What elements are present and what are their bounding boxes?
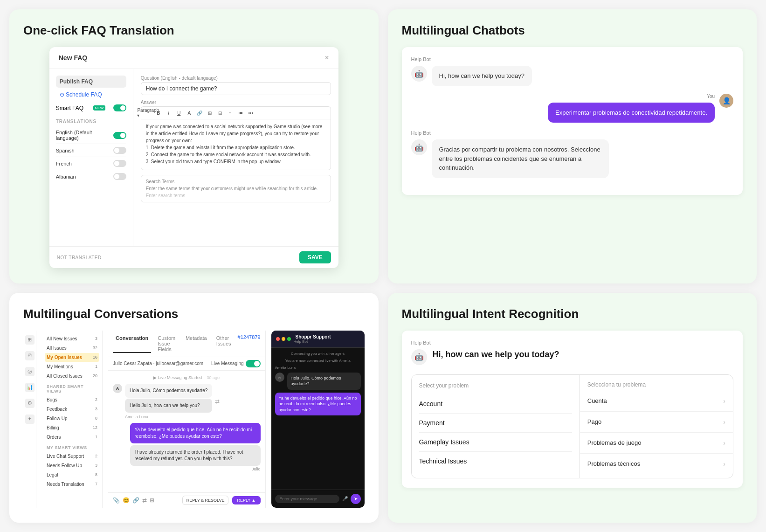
answer-editor[interactable]: If your game was connected to a social n… <box>141 119 331 170</box>
intent-option-technical[interactable]: Technical Issues <box>419 452 572 470</box>
nav-icon-6[interactable]: ✦ <box>25 415 35 424</box>
sidebar-item-needs-translation[interactable]: Needs Translation 7 <box>45 480 99 489</box>
intent-recognition-card: Multilingual Intent Recognition Help Bot… <box>388 293 757 523</box>
user-avatar: 👤 <box>719 94 733 108</box>
sidebar-item-billing[interactable]: Billing 12 <box>45 423 99 432</box>
tab-metadata[interactable]: Metadata <box>183 334 210 353</box>
intent-option-payment[interactable]: Payment <box>419 414 572 433</box>
french-toggle[interactable] <box>113 160 126 167</box>
sidebar-item-followup[interactable]: Follow Up 8 <box>45 414 99 423</box>
smart-faq-toggle[interactable] <box>113 104 126 111</box>
image-btn[interactable]: ⊞ <box>206 109 214 117</box>
ol-btn[interactable]: ≔ <box>236 109 245 117</box>
lc-system-connecting: Connecting you with a live agent <box>275 352 361 356</box>
sidebar-item-my-mentions[interactable]: My Mentions 1 <box>45 362 99 371</box>
lc-agent-message: A Hola Julio, Cómo podemos ayudarte? <box>275 373 361 390</box>
nav-icon-1[interactable]: ⊞ <box>25 335 35 345</box>
nav-icon-2[interactable]: ♾ <box>25 351 35 360</box>
sidebar-item-live-chat[interactable]: Live Chat Support 2 <box>45 452 99 461</box>
attach-icon[interactable]: 📎 <box>113 497 120 504</box>
live-chat-input[interactable] <box>275 495 339 503</box>
albanian-toggle[interactable] <box>113 173 126 180</box>
conversations-inner: ⊞ ♾ ◎ 📊 ⚙ ✦ All New Issues 3 All Issues … <box>23 331 365 508</box>
question-input[interactable]: How do I connect the game? <box>141 82 331 95</box>
conversation-tabs: Conversation Custom Issue Fields Metadat… <box>108 331 265 357</box>
english-toggle[interactable] <box>113 132 126 139</box>
close-icon[interactable]: × <box>324 54 329 62</box>
reply-resolve-button[interactable]: REPLY & RESOLVE <box>182 496 229 505</box>
tab-conversation[interactable]: Conversation <box>113 334 151 353</box>
mic-icon[interactable]: 🎤 <box>342 496 348 501</box>
publish-faq-item[interactable]: Publish FAQ <box>56 76 126 88</box>
sidebar-item-all-closed[interactable]: All Closed Issues 20 <box>45 372 99 380</box>
intent-menu: Select your problem Account Payment Game… <box>411 374 734 478</box>
sidebar-item-feedback[interactable]: Feedback 3 <box>45 405 99 414</box>
intent-right-option-pago[interactable]: Pago › <box>580 412 733 433</box>
question-label: Question (English - default language) <box>141 76 331 81</box>
emoji-icon[interactable]: 😊 <box>123 497 130 504</box>
sidebar-item-my-open[interactable]: My Open Issues 16 <box>45 353 99 362</box>
my-views-label: MY SMART VIEWS <box>47 445 97 450</box>
faq-sidebar: Publish FAQ ⊙ Schedule FAQ Smart FAQ NEW… <box>49 69 133 246</box>
live-chat-subtitle: Help Bot <box>294 339 331 344</box>
intent-option-gameplay[interactable]: Gameplay Issues <box>419 433 572 452</box>
albanian-label: Albanian <box>56 174 76 180</box>
live-chat-title: Shoppr Support <box>296 334 331 339</box>
not-translated-label: NOT TRANSLATED <box>57 255 102 260</box>
live-toggle[interactable] <box>246 360 261 367</box>
sidebar-item-all-issues[interactable]: All Issues 32 <box>45 344 99 352</box>
table-btn[interactable]: ⊟ <box>216 109 224 117</box>
faq-modal-header: New FAQ × <box>49 47 338 69</box>
close-dot <box>276 337 280 341</box>
live-chat-header: Shoppr Support Help Bot <box>271 331 365 348</box>
sidebar-item-all-new[interactable]: All New Issues 3 <box>45 334 99 343</box>
more-btn[interactable]: ••• <box>247 109 255 117</box>
search-terms-section: Search Terms Enter the same terms that y… <box>141 175 331 202</box>
underline-btn[interactable]: U <box>175 109 183 117</box>
link-icon[interactable]: 🔗 <box>132 497 139 504</box>
more-icon[interactable]: ⊞ <box>150 497 154 504</box>
translation-spanish: Spanish <box>56 144 126 157</box>
italic-btn[interactable]: I <box>165 109 173 117</box>
sidebar-item-bugs[interactable]: Bugs 2 <box>45 395 99 404</box>
intent-window: Help Bot 🤖 Hi, how can we help you today… <box>402 331 743 488</box>
intent-right-option-problemas-juego[interactable]: Problemas de juego › <box>580 433 733 454</box>
spanish-toggle[interactable] <box>113 147 126 154</box>
intent-title: Multilingual Intent Recognition <box>402 307 743 321</box>
bold-btn[interactable]: B <box>154 109 163 117</box>
lc-system-connected: You are now connected live with Amelia <box>275 359 361 363</box>
search-terms-input[interactable]: Enter search terms <box>146 193 326 198</box>
intent-option-account[interactable]: Account <box>419 394 572 414</box>
user-msg-row: You Experimentar problemas de conectivid… <box>411 94 734 123</box>
intent-right-option-problemas-tecnicos[interactable]: Problemas técnicos › <box>580 454 733 474</box>
reply-button[interactable]: REPLY ▲ <box>232 496 260 504</box>
window-controls <box>276 337 291 341</box>
conversations-sidebar: All New Issues 3 All Issues 32 My Open I… <box>42 331 103 508</box>
save-button[interactable]: SAVE <box>299 251 331 263</box>
send-button[interactable]: ➤ <box>351 494 361 504</box>
ul-btn[interactable]: ≡ <box>226 109 235 117</box>
helpbot-response-label: Help Bot <box>411 130 734 136</box>
spanish-label: Spanish <box>56 148 75 153</box>
sidebar-item-orders[interactable]: Orders 1 <box>45 433 99 442</box>
sidebar-item-needs-followup[interactable]: Needs Follow Up 3 <box>45 461 99 470</box>
new-badge: NEW <box>93 105 106 111</box>
nav-icon-4[interactable]: 📊 <box>25 383 35 392</box>
intent-helpbot-label: Help Bot <box>411 340 734 345</box>
tab-other-issues[interactable]: Other Issues <box>214 334 234 353</box>
sidebar-item-legal[interactable]: Legal 8 <box>45 470 99 479</box>
translate-icon[interactable]: ⇄ <box>215 398 220 405</box>
link-btn[interactable]: 🔗 <box>195 109 204 117</box>
bot-greeting-bubble: Hi, how can we help you today? <box>432 66 532 86</box>
highlight-btn[interactable]: A <box>185 109 193 117</box>
nav-icon-5[interactable]: ⚙ <box>25 399 35 408</box>
search-terms-label: Search Terms <box>146 179 326 184</box>
intent-right-option-cuenta[interactable]: Cuenta › <box>580 391 733 412</box>
paragraph-select[interactable]: Paragraph ▾ <box>144 109 152 117</box>
live-messaging-badge: Live Messaging <box>211 360 260 367</box>
tab-custom-fields[interactable]: Custom Issue Fields <box>155 334 179 353</box>
nav-icon-3[interactable]: ◎ <box>25 367 35 376</box>
translate-icon-bar[interactable]: ⇄ <box>142 497 147 504</box>
schedule-faq-item[interactable]: ⊙ Schedule FAQ <box>56 89 126 101</box>
customer-message-1: Ya he devuelto el pedido que hice. Aún n… <box>113 423 261 471</box>
